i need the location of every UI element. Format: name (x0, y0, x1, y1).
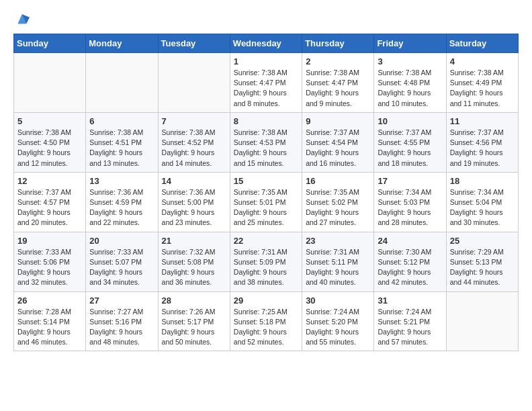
day-number: 29 (234, 295, 298, 306)
calendar-cell: 11Sunrise: 7:37 AMSunset: 4:56 PMDayligh… (446, 112, 518, 172)
calendar-cell: 2Sunrise: 7:38 AMSunset: 4:47 PMDaylight… (302, 53, 374, 113)
calendar-cell: 10Sunrise: 7:37 AMSunset: 4:55 PMDayligh… (374, 112, 446, 172)
weekday-wednesday: Wednesday (230, 34, 302, 53)
day-info: Sunrise: 7:33 AMSunset: 5:07 PMDaylight:… (89, 247, 154, 288)
day-number: 23 (306, 236, 370, 246)
day-info: Sunrise: 7:37 AMSunset: 4:56 PMDaylight:… (450, 128, 515, 169)
day-info: Sunrise: 7:36 AMSunset: 4:59 PMDaylight:… (89, 187, 154, 228)
day-number: 10 (378, 116, 442, 126)
day-number: 2 (306, 56, 370, 66)
calendar-cell: 27Sunrise: 7:27 AMSunset: 5:16 PMDayligh… (86, 291, 158, 351)
day-info: Sunrise: 7:31 AMSunset: 5:11 PMDaylight:… (306, 247, 370, 288)
day-info: Sunrise: 7:38 AMSunset: 4:50 PMDaylight:… (17, 128, 82, 169)
weekday-header-row: SundayMondayTuesdayWednesdayThursdayFrid… (14, 34, 519, 53)
day-info: Sunrise: 7:34 AMSunset: 5:03 PMDaylight:… (378, 187, 442, 228)
day-info: Sunrise: 7:38 AMSunset: 4:52 PMDaylight:… (162, 128, 226, 169)
weekday-friday: Friday (374, 34, 446, 53)
calendar-cell: 7Sunrise: 7:38 AMSunset: 4:52 PMDaylight… (158, 112, 230, 172)
day-number: 8 (234, 116, 298, 126)
day-number: 14 (162, 176, 226, 186)
weekday-monday: Monday (86, 34, 158, 53)
day-number: 19 (17, 236, 82, 246)
day-info: Sunrise: 7:37 AMSunset: 4:57 PMDaylight:… (17, 187, 82, 228)
weekday-thursday: Thursday (302, 34, 374, 53)
calendar-cell: 25Sunrise: 7:29 AMSunset: 5:13 PMDayligh… (446, 232, 518, 291)
day-number: 9 (306, 116, 370, 126)
calendar-cell: 28Sunrise: 7:26 AMSunset: 5:17 PMDayligh… (158, 291, 230, 351)
day-info: Sunrise: 7:31 AMSunset: 5:09 PMDaylight:… (234, 247, 298, 288)
calendar-cell: 29Sunrise: 7:25 AMSunset: 5:18 PMDayligh… (230, 291, 302, 351)
day-number: 1 (234, 56, 298, 66)
weekday-sunday: Sunday (14, 34, 86, 53)
day-info: Sunrise: 7:36 AMSunset: 5:00 PMDaylight:… (162, 187, 226, 228)
calendar-cell: 22Sunrise: 7:31 AMSunset: 5:09 PMDayligh… (230, 232, 302, 291)
calendar-cell: 24Sunrise: 7:30 AMSunset: 5:12 PMDayligh… (374, 232, 446, 291)
day-info: Sunrise: 7:38 AMSunset: 4:48 PMDaylight:… (378, 68, 442, 109)
day-info: Sunrise: 7:38 AMSunset: 4:51 PMDaylight:… (89, 128, 154, 169)
day-info: Sunrise: 7:38 AMSunset: 4:47 PMDaylight:… (234, 68, 298, 109)
calendar-cell (86, 53, 158, 113)
weekday-saturday: Saturday (446, 34, 518, 53)
calendar-cell: 12Sunrise: 7:37 AMSunset: 4:57 PMDayligh… (14, 172, 86, 232)
calendar-cell: 31Sunrise: 7:24 AMSunset: 5:21 PMDayligh… (374, 291, 446, 351)
weekday-tuesday: Tuesday (158, 34, 230, 53)
day-number: 26 (17, 295, 82, 306)
day-info: Sunrise: 7:38 AMSunset: 4:53 PMDaylight:… (234, 128, 298, 169)
calendar-cell (446, 291, 518, 351)
week-row-4: 19Sunrise: 7:33 AMSunset: 5:06 PMDayligh… (14, 232, 519, 291)
day-number: 21 (162, 236, 226, 246)
day-info: Sunrise: 7:30 AMSunset: 5:12 PMDaylight:… (378, 247, 442, 288)
week-row-1: 1Sunrise: 7:38 AMSunset: 4:47 PMDaylight… (14, 53, 519, 113)
day-info: Sunrise: 7:28 AMSunset: 5:14 PMDaylight:… (17, 307, 82, 348)
day-number: 15 (234, 176, 298, 186)
calendar-cell: 26Sunrise: 7:28 AMSunset: 5:14 PMDayligh… (14, 291, 86, 351)
calendar-cell (14, 53, 86, 113)
day-info: Sunrise: 7:32 AMSunset: 5:08 PMDaylight:… (162, 247, 226, 288)
logo-icon (15, 12, 30, 27)
week-row-3: 12Sunrise: 7:37 AMSunset: 4:57 PMDayligh… (14, 172, 519, 232)
day-number: 18 (450, 176, 515, 186)
day-info: Sunrise: 7:37 AMSunset: 4:54 PMDaylight:… (306, 128, 370, 169)
day-number: 3 (378, 56, 442, 66)
calendar-cell: 6Sunrise: 7:38 AMSunset: 4:51 PMDaylight… (86, 112, 158, 172)
day-info: Sunrise: 7:25 AMSunset: 5:18 PMDaylight:… (234, 307, 298, 348)
day-info: Sunrise: 7:34 AMSunset: 5:04 PMDaylight:… (450, 187, 515, 228)
day-number: 12 (17, 176, 82, 186)
calendar-table: SundayMondayTuesdayWednesdayThursdayFrid… (13, 34, 519, 351)
day-number: 16 (306, 176, 370, 186)
day-number: 4 (450, 56, 515, 66)
day-number: 28 (162, 295, 226, 306)
calendar-cell: 15Sunrise: 7:35 AMSunset: 5:01 PMDayligh… (230, 172, 302, 232)
day-number: 27 (89, 295, 154, 306)
day-number: 5 (17, 116, 82, 126)
day-number: 20 (89, 236, 154, 246)
page-header (13, 12, 519, 27)
calendar-cell: 5Sunrise: 7:38 AMSunset: 4:50 PMDaylight… (14, 112, 86, 172)
calendar-cell: 16Sunrise: 7:35 AMSunset: 5:02 PMDayligh… (302, 172, 374, 232)
calendar-cell: 8Sunrise: 7:38 AMSunset: 4:53 PMDaylight… (230, 112, 302, 172)
day-info: Sunrise: 7:24 AMSunset: 5:20 PMDaylight:… (306, 307, 370, 348)
day-info: Sunrise: 7:38 AMSunset: 4:49 PMDaylight:… (450, 68, 515, 109)
day-info: Sunrise: 7:35 AMSunset: 5:01 PMDaylight:… (234, 187, 298, 228)
day-info: Sunrise: 7:37 AMSunset: 4:55 PMDaylight:… (378, 128, 442, 169)
logo (13, 12, 30, 27)
day-info: Sunrise: 7:38 AMSunset: 4:47 PMDaylight:… (306, 68, 370, 109)
calendar-cell: 9Sunrise: 7:37 AMSunset: 4:54 PMDaylight… (302, 112, 374, 172)
calendar-body: 1Sunrise: 7:38 AMSunset: 4:47 PMDaylight… (14, 53, 519, 351)
day-number: 31 (378, 295, 442, 306)
calendar-cell (158, 53, 230, 113)
day-number: 11 (450, 116, 515, 126)
calendar-cell: 23Sunrise: 7:31 AMSunset: 5:11 PMDayligh… (302, 232, 374, 291)
calendar-cell: 30Sunrise: 7:24 AMSunset: 5:20 PMDayligh… (302, 291, 374, 351)
calendar-cell: 21Sunrise: 7:32 AMSunset: 5:08 PMDayligh… (158, 232, 230, 291)
day-info: Sunrise: 7:27 AMSunset: 5:16 PMDaylight:… (89, 307, 154, 348)
day-info: Sunrise: 7:24 AMSunset: 5:21 PMDaylight:… (378, 307, 442, 348)
calendar-cell: 18Sunrise: 7:34 AMSunset: 5:04 PMDayligh… (446, 172, 518, 232)
day-number: 30 (306, 295, 370, 306)
day-number: 17 (378, 176, 442, 186)
day-number: 13 (89, 176, 154, 186)
calendar-cell: 3Sunrise: 7:38 AMSunset: 4:48 PMDaylight… (374, 53, 446, 113)
calendar-cell: 14Sunrise: 7:36 AMSunset: 5:00 PMDayligh… (158, 172, 230, 232)
calendar-cell: 20Sunrise: 7:33 AMSunset: 5:07 PMDayligh… (86, 232, 158, 291)
calendar-cell: 19Sunrise: 7:33 AMSunset: 5:06 PMDayligh… (14, 232, 86, 291)
